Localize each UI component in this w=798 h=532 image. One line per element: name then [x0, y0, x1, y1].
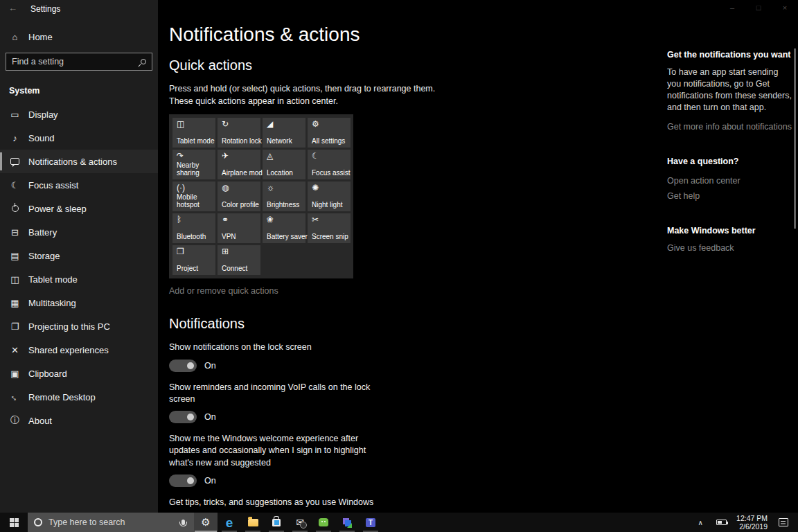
tile-label: Mobile hotspot	[177, 193, 200, 210]
toggle-label: Show reminders and incoming VoIP calls o…	[169, 382, 384, 406]
sidebar-item-power-sleep[interactable]: Power & sleep	[0, 197, 158, 220]
battery-tray-icon[interactable]	[716, 520, 727, 525]
add-remove-quick-actions-link[interactable]: Add or remove quick actions	[169, 286, 278, 296]
quick-action-connect[interactable]: ⊞ Connect	[218, 245, 260, 275]
hidden-icons-chevron[interactable]: ∧	[691, 519, 709, 526]
sidebar-item-sound[interactable]: ♪ Sound	[0, 126, 158, 150]
desktop: ⌂ Home System ▭ Display ♪ Sound Notifica…	[0, 0, 798, 532]
quick-action-battery-saver[interactable]: ❀ Battery saver	[263, 213, 305, 243]
brightness-icon: ☼	[267, 183, 274, 193]
sidebar-item-multitasking[interactable]: ▦ Multitasking	[0, 291, 158, 314]
sidebar-item-label: Notifications & actions	[28, 157, 117, 167]
taskbar-app-mail[interactable]: ✉	[288, 513, 312, 532]
toggle-switch[interactable]	[169, 360, 197, 372]
scrollbar-thumb[interactable]	[794, 48, 796, 229]
toggle-row-lock-screen-notifications: Show notifications on the lock screen On	[169, 342, 798, 371]
quick-action-focus-assist[interactable]: ☾ Focus assist	[308, 150, 351, 179]
taskbar-app-sync-share[interactable]	[335, 513, 359, 532]
toggle-label: Get tips, tricks, and suggestions as you…	[169, 497, 384, 508]
taskbar-app-settings[interactable]: ⚙	[194, 513, 218, 532]
display-icon: ▭	[9, 109, 21, 120]
back-icon[interactable]: ←	[8, 3, 17, 13]
sidebar-item-tablet-mode[interactable]: ◫ Tablet mode	[0, 267, 158, 291]
close-button[interactable]: ×	[772, 0, 798, 15]
window-controls: – □ ×	[719, 0, 798, 15]
sidebar-item-about[interactable]: ⓘ About	[0, 409, 158, 432]
settings-gear-icon: ⚙	[201, 516, 210, 529]
nearby-sharing-icon: ↷	[177, 151, 184, 161]
sidebar-item-display[interactable]: ▭ Display	[0, 103, 158, 126]
start-button[interactable]	[0, 513, 28, 532]
file-explorer-icon	[248, 519, 258, 526]
sidebar-item-shared-experiences[interactable]: ✕ Shared experiences	[0, 338, 158, 362]
quick-action-night-light[interactable]: ✺ Night light	[308, 181, 351, 211]
toggle-switch[interactable]	[169, 411, 197, 423]
battery-icon: ⊟	[9, 227, 21, 238]
minimize-button[interactable]: –	[719, 0, 745, 15]
taskbar-app-store[interactable]	[265, 513, 288, 532]
quick-action-network[interactable]: ◢ Network	[263, 118, 305, 148]
sidebar-item-storage[interactable]: ▤ Storage	[0, 244, 158, 267]
sidebar-item-projecting[interactable]: ❐ Projecting to this PC	[0, 314, 158, 338]
quick-action-screen-snip[interactable]: ✂ Screen snip	[308, 213, 351, 243]
quick-action-vpn[interactable]: ⚭ VPN	[218, 213, 260, 243]
power-icon	[9, 204, 21, 214]
taskbar-app-android-emulator[interactable]	[312, 513, 335, 532]
taskbar-search-box[interactable]	[28, 513, 194, 532]
taskbar-app-file-explorer[interactable]	[241, 513, 265, 532]
tile-label: Night light	[312, 201, 342, 209]
sidebar-item-label: Sound	[28, 133, 55, 143]
quick-actions-grid: ◫ Tablet mode ↻ Rotation lock ◢ Network …	[169, 114, 353, 278]
taskbar-clock[interactable]: 12:47 PM 2/6/2019	[736, 514, 768, 531]
sidebar-item-label: Storage	[28, 251, 60, 261]
taskbar-app-edge[interactable]: e	[218, 513, 241, 532]
screen-snip-icon: ✂	[312, 215, 319, 224]
bluetooth-icon: ᛒ	[177, 215, 181, 224]
sidebar-item-battery[interactable]: ⊟ Battery	[0, 220, 158, 244]
sidebar-item-clipboard[interactable]: ▣ Clipboard	[0, 362, 158, 385]
maximize-button[interactable]: □	[745, 0, 772, 15]
sidebar-item-home[interactable]: ⌂ Home	[0, 25, 158, 48]
quick-action-tablet-mode[interactable]: ◫ Tablet mode	[172, 118, 215, 148]
get-more-info-link[interactable]: Get more info about notifications	[667, 122, 792, 132]
tile-label: Project	[177, 265, 198, 273]
tile-label: Rotation lock	[222, 137, 262, 145]
toggle-state: On	[204, 412, 216, 422]
open-action-center-link[interactable]: Open action center	[667, 176, 741, 186]
action-center-icon[interactable]	[779, 518, 788, 526]
project-icon: ❐	[177, 247, 184, 256]
quick-action-bluetooth[interactable]: ᛒ Bluetooth	[172, 213, 215, 243]
get-help-link[interactable]: Get help	[667, 191, 700, 201]
taskbar-app-teams[interactable]: T	[359, 513, 382, 532]
taskbar-search-input[interactable]	[48, 517, 175, 527]
shared-experiences-icon: ✕	[9, 345, 21, 355]
quick-action-airplane-mode[interactable]: ✈ Airplane mode	[218, 150, 260, 179]
quick-action-location[interactable]: ◬ Location	[263, 150, 305, 179]
quick-action-nearby-sharing[interactable]: ↷ Nearby sharing	[172, 150, 215, 179]
sidebar-item-label: Tablet mode	[28, 274, 78, 285]
vpn-icon: ⚭	[222, 215, 229, 224]
search-icon[interactable]	[141, 59, 146, 64]
settings-search-input[interactable]	[12, 57, 141, 66]
remote-desktop-icon: ↔	[7, 389, 23, 405]
settings-search-box[interactable]	[6, 53, 152, 71]
sidebar-item-focus-assist[interactable]: ☾ Focus assist	[0, 173, 158, 197]
teams-icon: T	[366, 518, 375, 527]
microphone-icon[interactable]	[181, 520, 185, 525]
toggle-switch[interactable]	[169, 475, 197, 487]
quick-action-rotation-lock[interactable]: ↻ Rotation lock	[218, 118, 260, 148]
titlebar: ← Settings – □ ×	[0, 0, 798, 21]
sidebar-item-notifications-actions[interactable]: Notifications & actions	[0, 150, 158, 173]
quick-action-brightness[interactable]: ☼ Brightness	[263, 181, 305, 211]
quick-action-mobile-hotspot[interactable]: (·) Mobile hotspot	[172, 181, 215, 211]
airplane-mode-icon: ✈	[222, 151, 229, 161]
clock-time: 12:47 PM	[736, 514, 768, 522]
clock-date: 2/6/2019	[736, 522, 768, 531]
cortana-icon	[34, 518, 42, 526]
sidebar-item-remote-desktop[interactable]: ↔ Remote Desktop	[0, 385, 158, 409]
system-tray: ∧ 12:47 PM 2/6/2019	[691, 513, 798, 532]
give-feedback-link[interactable]: Give us feedback	[667, 243, 734, 253]
quick-action-all-settings[interactable]: ⚙ All settings	[308, 118, 351, 148]
quick-action-project[interactable]: ❐ Project	[172, 245, 215, 275]
quick-action-color-profile[interactable]: ◍ Color profile	[218, 181, 260, 211]
